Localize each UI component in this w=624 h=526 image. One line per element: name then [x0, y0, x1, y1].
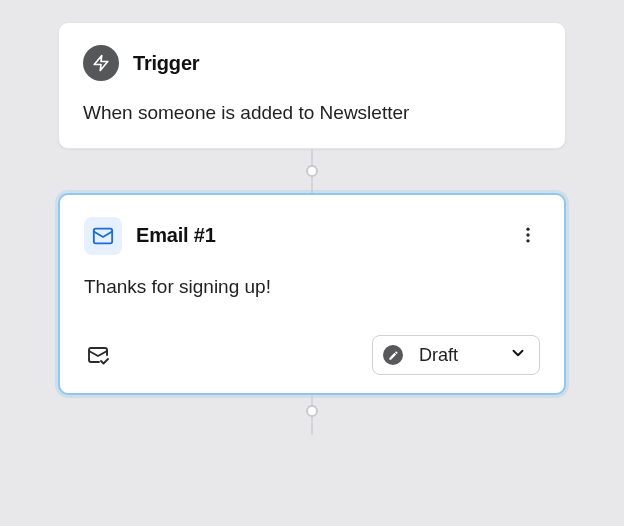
svg-point-3 — [526, 233, 529, 236]
trigger-description: When someone is added to Newsletter — [83, 101, 541, 126]
svg-point-2 — [526, 227, 529, 230]
status-label: Draft — [419, 345, 499, 366]
email-node[interactable]: Email #1 Thanks for signing up! — [58, 193, 566, 396]
connector-line — [311, 149, 313, 193]
email-footer: Draft — [84, 335, 540, 375]
connector-line — [311, 395, 313, 435]
workflow-canvas[interactable]: Trigger When someone is added to Newslet… — [0, 0, 624, 526]
mail-icon — [84, 217, 122, 255]
email-header: Email #1 — [84, 217, 540, 255]
svg-marker-0 — [94, 56, 108, 71]
trigger-header: Trigger — [83, 45, 541, 81]
lightning-icon — [83, 45, 119, 81]
status-dropdown[interactable]: Draft — [372, 335, 540, 375]
email-subject: Thanks for signing up! — [84, 275, 540, 300]
connector-add-node[interactable] — [306, 405, 318, 417]
pencil-circle-icon — [383, 345, 403, 365]
svg-point-4 — [526, 239, 529, 242]
chevron-down-icon — [509, 344, 527, 366]
trigger-node[interactable]: Trigger When someone is added to Newslet… — [58, 22, 566, 149]
mail-check-icon[interactable] — [84, 341, 112, 369]
email-title: Email #1 — [136, 224, 216, 247]
trigger-title: Trigger — [133, 52, 199, 75]
connector-add-node[interactable] — [306, 165, 318, 177]
more-vertical-icon[interactable] — [512, 219, 544, 251]
